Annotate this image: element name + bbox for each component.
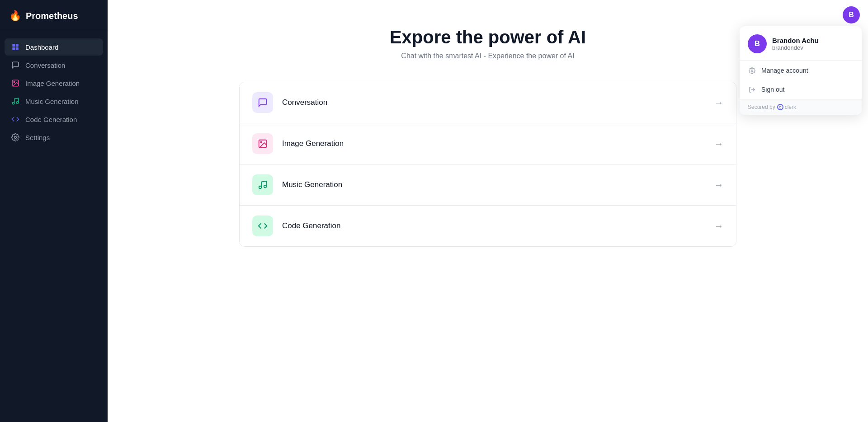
sidebar-item-dashboard[interactable]: Dashboard [5,38,103,56]
clerk-name: clerk [785,104,796,110]
svg-point-5 [14,81,14,82]
code-generation-feature-icon [252,216,273,236]
svg-point-12 [264,185,267,188]
conversation-arrow-icon: → [714,98,723,108]
feature-item-image-generation[interactable]: Image Generation → [240,123,736,164]
code-generation-feature-label: Code Generation [282,221,714,230]
page-header: Expore the power of AI Chat with the sma… [390,27,586,60]
sidebar-item-code-generation[interactable]: Code Generation [5,111,103,128]
conversation-feature-icon [252,92,273,113]
svg-rect-3 [16,47,19,50]
user-avatar-button[interactable]: B [843,6,860,23]
app-title: Prometheus [26,11,78,21]
music-generation-label: Music Generation [25,98,79,105]
dashboard-icon [11,43,20,51]
feature-item-code-generation[interactable]: Code Generation → [240,206,736,246]
page-subtitle: Chat with the smartest AI - Experience t… [390,52,586,60]
manage-account-label: Manage account [761,67,808,74]
sidebar: 🔥 Prometheus Dashboard Conversation Imag… [0,0,108,422]
dropdown-user-text: Brandon Achu brandondev [772,37,819,51]
dropdown-user-name: Brandon Achu [772,37,819,44]
dropdown-user-handle: brandondev [772,44,819,51]
sign-out-label: Sign out [761,86,784,93]
sidebar-item-settings[interactable]: Settings [5,129,103,146]
sidebar-logo: 🔥 Prometheus [0,0,108,31]
music-generation-feature-icon [252,174,273,195]
image-generation-icon [11,79,20,87]
svg-point-6 [12,102,14,104]
clerk-c-icon: C [777,104,783,110]
settings-icon [11,133,20,141]
sign-out-icon [748,86,756,93]
sidebar-item-music-generation[interactable]: Music Generation [5,93,103,110]
code-generation-label: Code Generation [25,116,77,123]
settings-label: Settings [25,134,50,141]
dropdown-user-info: B Brandon Achu brandondev [740,34,862,61]
svg-rect-2 [12,47,15,50]
svg-point-7 [16,102,19,104]
dropdown-footer: Secured by C clerk [740,99,862,115]
code-generation-arrow-icon: → [714,221,723,231]
conversation-label: Conversation [25,61,65,69]
conversation-icon [11,61,20,69]
sidebar-nav: Dashboard Conversation Image Generation … [0,31,108,422]
svg-point-8 [14,136,17,139]
sign-out-button[interactable]: Sign out [740,80,862,99]
music-generation-arrow-icon: → [714,180,723,190]
svg-point-13 [751,70,753,71]
feature-item-conversation[interactable]: Conversation → [240,82,736,123]
code-generation-icon [11,115,20,123]
flame-icon: 🔥 [9,10,21,22]
image-generation-feature-label: Image Generation [282,139,714,148]
clerk-logo: C clerk [777,104,796,110]
sidebar-item-conversation[interactable]: Conversation [5,56,103,74]
sidebar-item-image-generation[interactable]: Image Generation [5,75,103,92]
manage-account-button[interactable]: Manage account [740,61,862,80]
image-generation-arrow-icon: → [714,139,723,149]
svg-point-10 [260,141,262,143]
user-dropdown: B Brandon Achu brandondev Manage account… [740,26,862,115]
feature-item-music-generation[interactable]: Music Generation → [240,164,736,206]
page-title: Expore the power of AI [390,27,586,47]
image-generation-feature-icon [252,133,273,154]
feature-list: Conversation → Image Generation → Music … [239,82,736,247]
gear-icon [748,67,756,74]
svg-rect-1 [16,44,19,47]
secured-by-label: Secured by [748,104,775,110]
music-generation-feature-label: Music Generation [282,180,714,189]
svg-rect-0 [12,44,15,47]
image-generation-label: Image Generation [25,80,80,87]
dropdown-avatar: B [748,34,767,53]
conversation-feature-label: Conversation [282,98,714,107]
dashboard-label: Dashboard [25,43,58,51]
svg-point-11 [259,186,262,189]
music-generation-icon [11,97,20,105]
